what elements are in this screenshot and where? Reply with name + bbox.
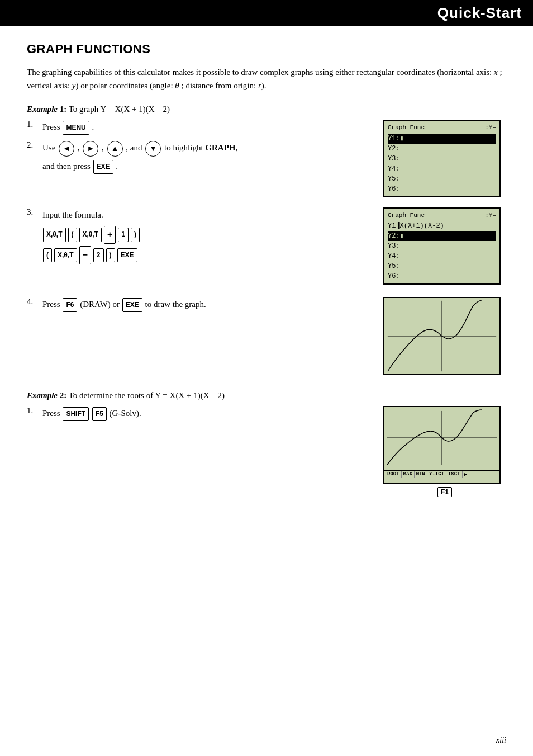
f1-key: F1: [437, 487, 452, 497]
lcd-screen-2: Graph Func :Y= Y1▐X(X+1)(X-2) Y2:▮ Y3: Y…: [383, 207, 501, 285]
step4-content: Press F6 (DRAW) or EXE to draw the graph…: [42, 297, 372, 312]
intro-paragraph: The graphing capabilities of this calcul…: [27, 65, 506, 92]
gsolv-max: MAX: [402, 471, 415, 478]
formula-line2: ( X,θ,T − 2 ) EXE: [42, 246, 372, 264]
section-title: GRAPH FUNCTIONS: [27, 42, 506, 56]
screen2-col: Graph Func :Y= Y1▐X(X+1)(X-2) Y2:▮ Y3: Y…: [383, 207, 506, 285]
and-text: and: [130, 143, 142, 152]
example1-label: Example 1: To graph Y = X(X + 1)(X – 2): [27, 105, 170, 114]
gsolv-menu-bar: ROOT MAX MIN Y-ICT ISCT ▶: [384, 470, 499, 478]
lcd-screen-1: Graph Func :Y= Y1:▮ Y2: Y3: Y4: Y5:: [383, 120, 501, 197]
step3-row: 3. Input the formula. X,θ,T ( X,θ,T + 1 …: [27, 207, 372, 267]
example2-label-line: Example 2: To determine the roots of Y =…: [27, 391, 506, 400]
step3-num: 3.: [27, 207, 42, 217]
step2-content: Use ◄ , ► , ▲ , and ▼ to highlight GRAPH…: [42, 140, 372, 174]
steps-1-2-col: 1. Press MENU . 2. Use ◄ , ► , ▲ ,: [27, 120, 372, 179]
screen1-row-y4: Y4:: [388, 164, 496, 174]
gsolv-svg: [384, 407, 499, 469]
formula-line1: X,θ,T ( X,θ,T + 1 ): [42, 226, 372, 244]
f6-key: F6: [63, 298, 77, 313]
plus-key: +: [104, 226, 116, 244]
example2-block: Example 2: To determine the roots of Y =…: [27, 391, 506, 497]
open-paren-key2: (: [43, 248, 52, 263]
page-number: xiii: [496, 736, 506, 745]
gsolv-screen-col: ROOT MAX MIN Y-ICT ISCT ▶ F1: [383, 406, 506, 497]
example1-block: Example 1: To graph Y = X(X + 1)(X – 2) …: [27, 105, 506, 375]
step3-col: 3. Input the formula. X,θ,T ( X,θ,T + 1 …: [27, 207, 372, 273]
step1-num: 1.: [27, 120, 42, 129]
screen2-row-y1: Y1▐X(X+1)(X-2): [388, 221, 496, 231]
close-paren-key1: ): [131, 228, 140, 242]
close-paren-key2: ): [106, 248, 115, 263]
gsolv-isct: ISCT: [446, 471, 463, 478]
down-arrow-key: ▼: [145, 141, 161, 157]
step2-num: 2.: [27, 140, 42, 150]
step3-content: Input the formula. X,θ,T ( X,θ,T + 1 ) (…: [42, 207, 372, 267]
gsolv-min: MIN: [415, 471, 427, 478]
graph-screen1-col: [383, 297, 506, 375]
screen2-row-y2: Y2:▮: [388, 231, 496, 241]
screen2-header-left: Graph Func: [388, 211, 425, 220]
exe-key-step4: EXE: [122, 298, 142, 313]
screen1-row-y2: Y2:: [388, 144, 496, 154]
screen1-header-right: :Y=: [485, 123, 496, 133]
gsolv-root: ROOT: [386, 471, 402, 478]
shift-key: SHIFT: [63, 407, 89, 422]
screen1-row-y1: Y1:▮: [388, 134, 496, 144]
screen2-row-y3: Y3:: [388, 241, 496, 251]
example2-step1-container: 1. Press SHIFT F5 (G-Solv).: [27, 406, 506, 497]
step1-row: 1. Press MENU .: [27, 120, 372, 135]
f5-key: F5: [92, 407, 107, 422]
left-arrow-key: ◄: [59, 141, 74, 157]
step4-col: 4. Press F6 (DRAW) or EXE to draw the gr…: [27, 297, 372, 318]
example2-steps-col: 1. Press SHIFT F5 (G-Solv).: [27, 406, 372, 427]
step4-container: 4. Press F6 (DRAW) or EXE to draw the gr…: [27, 297, 506, 375]
gsolv-more: ▶: [463, 471, 469, 478]
right-arrow-key: ►: [83, 141, 98, 157]
example2-label: Example 2: To determine the roots of Y =…: [27, 391, 225, 400]
open-paren-key1: (: [68, 228, 77, 242]
steps-1-2-container: 1. Press MENU . 2. Use ◄ , ► , ▲ ,: [27, 120, 506, 197]
xthetat-key1: X,θ,T: [43, 228, 66, 242]
page-header: Quick-Start: [0, 0, 533, 26]
screen2-row-y4: Y4:: [388, 251, 496, 261]
xthetat-key2: X,θ,T: [79, 228, 102, 242]
step2-row: 2. Use ◄ , ► , ▲ , and ▼ to highlight GR…: [27, 140, 372, 174]
xthetat-key3: X,θ,T: [54, 248, 77, 263]
screen1-row-y3: Y3:: [388, 154, 496, 164]
screen1-header-left: Graph Func: [388, 123, 425, 133]
screen2-header-right: :Y=: [485, 211, 496, 220]
screen1-row-y5: Y5:: [388, 174, 496, 184]
graph-svg-1: [384, 298, 499, 374]
up-arrow-key: ▲: [107, 141, 123, 157]
step4-row: 4. Press F6 (DRAW) or EXE to draw the gr…: [27, 297, 372, 312]
one-key: 1: [118, 228, 129, 242]
graph-screen-1: [383, 297, 501, 375]
gsolv-yicpt: Y-ICT: [427, 471, 446, 478]
screen1-col: Graph Func :Y= Y1:▮ Y2: Y3: Y4: Y5:: [383, 120, 506, 197]
header-title: Quick-Start: [437, 4, 522, 21]
gsolv-screen: ROOT MAX MIN Y-ICT ISCT ▶: [383, 406, 501, 484]
example2-step1-row: 1. Press SHIFT F5 (G-Solv).: [27, 406, 372, 421]
screen2-row-y6: Y6:: [388, 271, 496, 281]
f1-label-container: F1: [383, 486, 506, 497]
step3-container: 3. Input the formula. X,θ,T ( X,θ,T + 1 …: [27, 207, 506, 285]
step4-num: 4.: [27, 297, 42, 306]
menu-key: MENU: [63, 121, 89, 135]
step1-content: Press MENU .: [42, 120, 372, 135]
example2-step1-content: Press SHIFT F5 (G-Solv).: [42, 406, 372, 421]
exe-key-step3: EXE: [117, 248, 137, 263]
two-key: 2: [93, 248, 104, 263]
exe-key-step2: EXE: [93, 160, 113, 174]
screen2-row-y5: Y5:: [388, 261, 496, 271]
minus-key: −: [79, 246, 91, 264]
screen1-row-y6: Y6:: [388, 184, 496, 194]
example2-step1-num: 1.: [27, 406, 42, 415]
